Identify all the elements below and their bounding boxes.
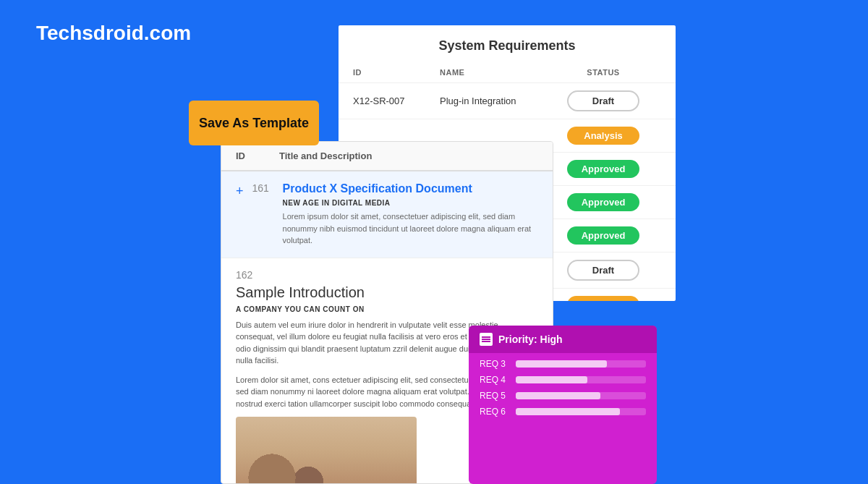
sys-req-table-header: ID NAME STATUS xyxy=(339,62,676,83)
priority-bar xyxy=(516,392,600,399)
priority-row: REQ 4 xyxy=(480,375,646,385)
expand-icon[interactable]: + xyxy=(236,184,244,199)
sys-req-status-cell: Draft xyxy=(545,90,661,111)
svg-rect-2 xyxy=(482,341,490,342)
doc-image-inner xyxy=(236,417,417,484)
sys-req-status-cell: Draft xyxy=(545,260,661,281)
priority-row: REQ 6 xyxy=(480,407,646,417)
doc-body: Lorem ipsum dolor sit amet, consectetuer… xyxy=(283,211,538,247)
doc-subtitle: NEW AGE IN DIGITAL MEDIA xyxy=(283,199,538,207)
priority-bar xyxy=(516,360,607,368)
doc-row2-id: 162 xyxy=(236,269,538,281)
priority-row: REQ 5 xyxy=(480,391,646,401)
svg-rect-1 xyxy=(482,339,490,340)
doc-title[interactable]: Product X Specification Document xyxy=(283,182,538,195)
status-badge: Approved xyxy=(567,160,640,178)
sys-req-row-name: Plug-in Integration xyxy=(440,95,545,106)
doc-image xyxy=(236,417,417,484)
doc-row2-title: Sample Introduction xyxy=(236,284,538,301)
status-badge: Approved xyxy=(567,226,640,245)
doc-row2-subtitle: A COMPANY YOU CAN COUNT ON xyxy=(236,305,538,313)
save-template-button[interactable]: Save As Template xyxy=(189,101,319,145)
priority-req-label: REQ 4 xyxy=(480,375,509,385)
priority-bar xyxy=(516,376,587,383)
sys-req-col-id: ID xyxy=(353,68,440,77)
sys-req-status-cell: Approved xyxy=(545,226,661,245)
sys-req-title: System Requirements xyxy=(339,25,676,62)
sys-req-col-name: NAME xyxy=(440,68,545,77)
priority-row: REQ 3 xyxy=(480,359,646,369)
status-badge: Draft xyxy=(567,260,639,281)
priority-req-label: REQ 6 xyxy=(480,407,509,417)
svg-rect-0 xyxy=(482,336,490,338)
priority-bar-container xyxy=(516,392,646,399)
sys-req-col-status: STATUS xyxy=(545,68,661,77)
brand-title: Techsdroid.com xyxy=(36,22,191,45)
sys-req-status-cell: Approved xyxy=(545,193,661,211)
sys-req-row-id: X12-SR-007 xyxy=(353,95,440,106)
status-badge: Analysis xyxy=(567,296,639,302)
sys-req-status-cell: Analysis xyxy=(545,296,661,302)
priority-header: Priority: High xyxy=(469,326,657,353)
priority-req-label: REQ 5 xyxy=(480,391,509,401)
priority-bar xyxy=(516,408,620,415)
priority-bar-container xyxy=(516,360,646,368)
sys-req-status-cell: Approved xyxy=(545,160,661,178)
doc-row-content: Product X Specification Document NEW AGE… xyxy=(283,182,538,247)
priority-title: Priority: High xyxy=(498,334,563,345)
priority-bar-container xyxy=(516,408,646,415)
doc-col-id: ID xyxy=(236,150,279,161)
doc-row-id: 161 xyxy=(252,182,274,194)
sys-req-row: X12-SR-007 Plug-in Integration Draft xyxy=(339,83,676,119)
doc-row-meta: + 161 Product X Specification Document N… xyxy=(236,182,538,247)
priority-icon xyxy=(480,333,493,346)
status-badge: Approved xyxy=(567,193,640,211)
priority-panel: Priority: High REQ 3 REQ 4 REQ 5 REQ 6 xyxy=(469,326,657,484)
doc-table-header: ID Title and Description xyxy=(221,142,553,171)
doc-col-title: Title and Description xyxy=(279,150,538,161)
priority-req-label: REQ 3 xyxy=(480,359,509,369)
priority-body: REQ 3 REQ 4 REQ 5 REQ 6 xyxy=(469,353,657,428)
priority-bar-container xyxy=(516,376,646,383)
status-badge: Analysis xyxy=(567,127,639,145)
sys-req-status-cell: Analysis xyxy=(545,127,661,145)
doc-row-1: + 161 Product X Specification Document N… xyxy=(221,171,553,258)
status-badge: Draft xyxy=(567,90,639,111)
